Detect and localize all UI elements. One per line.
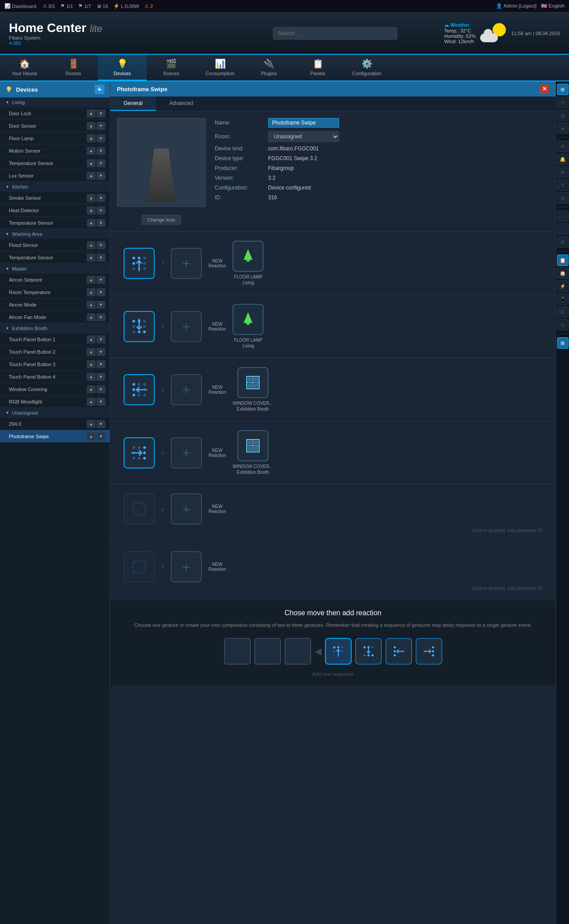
gesture-option-right[interactable] <box>416 638 442 665</box>
item-down[interactable]: ▼ <box>96 313 105 321</box>
right-btn-16[interactable]: 📱 <box>557 293 569 305</box>
add-reaction-button-5[interactable]: ＋ <box>171 493 202 525</box>
item-up[interactable]: ▲ <box>87 276 96 284</box>
sidebar-item-aircon-fan-mode[interactable]: Aircon Fan Mode ▲▼ <box>0 311 110 323</box>
sidebar-item-window-covering[interactable]: Window Covering ▲▼ <box>0 383 110 395</box>
item-up[interactable]: ▲ <box>87 241 96 249</box>
item-up[interactable]: ▲ <box>87 122 96 130</box>
sidebar-item-temp-sensor-washing[interactable]: Temperature Sensor ▲▼ <box>0 251 110 264</box>
close-panel-button[interactable]: ✕ <box>540 85 549 93</box>
right-btn-12[interactable]: ⊞ <box>557 236 569 248</box>
right-btn-18[interactable]: ◎ <box>557 319 569 331</box>
sequence-slot-1[interactable] <box>224 638 251 665</box>
sidebar-item-heat-detector[interactable]: Heat Detector ▲▼ <box>0 204 110 217</box>
item-down[interactable]: ▼ <box>96 219 105 227</box>
right-btn-8[interactable]: ✎ <box>557 179 569 191</box>
sidebar-item-door-sensor[interactable]: Door Sensor ▲▼ <box>0 120 110 132</box>
item-up[interactable]: ▲ <box>87 254 96 262</box>
sidebar-item-temp-sensor-living[interactable]: Temperature Sensor ▲▼ <box>0 157 110 169</box>
right-btn-11[interactable]: ↓ <box>557 223 569 235</box>
item-down[interactable]: ▼ <box>96 398 105 406</box>
right-btn-13[interactable]: 📋 <box>557 254 569 266</box>
sidebar-item-aircon-mode[interactable]: Aircon Mode ▲▼ <box>0 299 110 311</box>
window-cover-icon-2[interactable] <box>237 430 268 461</box>
item-up[interactable]: ▲ <box>87 348 96 356</box>
add-reaction-button-1[interactable]: ＋ <box>171 248 202 279</box>
item-up[interactable]: ▲ <box>87 206 96 214</box>
right-btn-2[interactable]: ⊡ <box>557 97 569 108</box>
floor-lamp-icon-1[interactable] <box>232 241 264 272</box>
item-down[interactable]: ▼ <box>96 134 105 142</box>
sidebar-item-touch-panel-2[interactable]: Touch Panel Button 2 ▲▼ <box>0 346 110 358</box>
item-up[interactable]: ▲ <box>87 172 96 180</box>
item-up[interactable]: ▲ <box>87 432 96 440</box>
change-icon-button[interactable]: Change Icon <box>142 215 181 225</box>
gesture-swipe-right-button[interactable] <box>124 437 155 468</box>
add-reaction-button-2[interactable]: ＋ <box>171 311 202 342</box>
gesture-circle-ccw-button[interactable] <box>124 551 155 582</box>
right-btn-10[interactable]: ↑ <box>557 210 569 222</box>
item-down[interactable]: ▼ <box>96 194 105 202</box>
item-down[interactable]: ▼ <box>96 385 105 393</box>
sequence-slot-2[interactable] <box>254 638 281 665</box>
sidebar-item-aircon-setpoint[interactable]: Aircon Setpoint ▲▼ <box>0 274 110 286</box>
item-down[interactable]: ▼ <box>96 420 105 428</box>
sequence-slot-3[interactable] <box>284 638 311 665</box>
add-reaction-button-4[interactable]: ＋ <box>171 437 202 468</box>
item-down[interactable]: ▼ <box>96 147 105 155</box>
item-down[interactable]: ▼ <box>96 360 105 368</box>
item-up[interactable]: ▲ <box>87 159 96 167</box>
sidebar-section-living[interactable]: ▼ Living <box>0 97 110 107</box>
right-btn-3[interactable]: ▤ <box>557 109 569 121</box>
sidebar-item-flood-sensor[interactable]: Flood Sensor ▲▼ <box>0 239 110 251</box>
sidebar-item-smoke-sensor[interactable]: Smoke Sensor ▲▼ <box>0 192 110 204</box>
name-input[interactable] <box>268 118 339 128</box>
gesture-circle-cw-button[interactable] <box>124 493 155 525</box>
right-btn-6[interactable]: 🔔 <box>557 153 569 165</box>
nav-consumption[interactable]: 📊 Consumption <box>196 54 244 81</box>
right-btn-5[interactable]: ⚙ <box>557 141 569 152</box>
item-down[interactable]: ▼ <box>96 301 105 309</box>
item-up[interactable]: ▲ <box>87 420 96 428</box>
item-down[interactable]: ▼ <box>96 241 105 249</box>
item-down[interactable]: ▼ <box>96 432 105 440</box>
sidebar-item-294[interactable]: 294.0 ▲▼ <box>0 418 110 430</box>
item-down[interactable]: ▼ <box>96 206 105 214</box>
item-up[interactable]: ▲ <box>87 288 96 296</box>
item-down[interactable]: ▼ <box>96 373 105 381</box>
add-sequence-link[interactable]: Add new sequence <box>124 671 542 677</box>
item-down[interactable]: ▼ <box>96 276 105 284</box>
item-down[interactable]: ▼ <box>96 122 105 130</box>
gesture-swipe-up-button[interactable] <box>124 248 155 279</box>
item-up[interactable]: ▲ <box>87 360 96 368</box>
nav-plugins[interactable]: 🔌 Plugins <box>244 54 293 81</box>
window-cover-icon-1[interactable] <box>237 367 268 398</box>
search-input[interactable] <box>273 27 397 40</box>
item-up[interactable]: ▲ <box>87 301 96 309</box>
sidebar-item-floor-lamp[interactable]: Floor Lamp ▲▼ <box>0 132 110 145</box>
nav-your-house[interactable]: 🏠 Your House <box>0 54 49 81</box>
tab-advanced[interactable]: Advanced <box>156 97 206 111</box>
sidebar-section-exhibition-booth[interactable]: ▼ Exhibition Booth <box>0 323 110 333</box>
gesture-option-down[interactable] <box>355 638 382 665</box>
item-up[interactable]: ▲ <box>87 373 96 381</box>
item-down[interactable]: ▼ <box>96 254 105 262</box>
language-selector[interactable]: 🇬🇧 English <box>541 3 565 9</box>
floor-lamp-icon-2[interactable] <box>232 304 264 335</box>
gesture-swipe-left-button[interactable] <box>124 374 155 405</box>
tab-general[interactable]: General <box>110 97 156 111</box>
right-btn-19[interactable]: ⊞ <box>557 337 569 349</box>
right-btn-1[interactable]: ⊞ <box>557 84 569 95</box>
sidebar-item-touch-panel-4[interactable]: Touch Panel Button 4 ▲▼ <box>0 371 110 383</box>
sidebar-section-washing-area[interactable]: ▼ Washing Area <box>0 229 110 239</box>
item-up[interactable]: ▲ <box>87 398 96 406</box>
right-btn-15[interactable]: ⚡ <box>557 280 569 292</box>
item-up[interactable]: ▲ <box>87 335 96 343</box>
right-btn-7[interactable]: ⊕ <box>557 166 569 178</box>
nav-rooms[interactable]: 🚪 Rooms <box>49 54 98 81</box>
item-down[interactable]: ▼ <box>96 348 105 356</box>
right-btn-4[interactable]: ◈ <box>557 122 569 134</box>
admin-link[interactable]: 👤 Admin [Logout] <box>496 3 536 9</box>
nav-devices[interactable]: 💡 Devices <box>98 54 147 81</box>
item-up[interactable]: ▲ <box>87 313 96 321</box>
